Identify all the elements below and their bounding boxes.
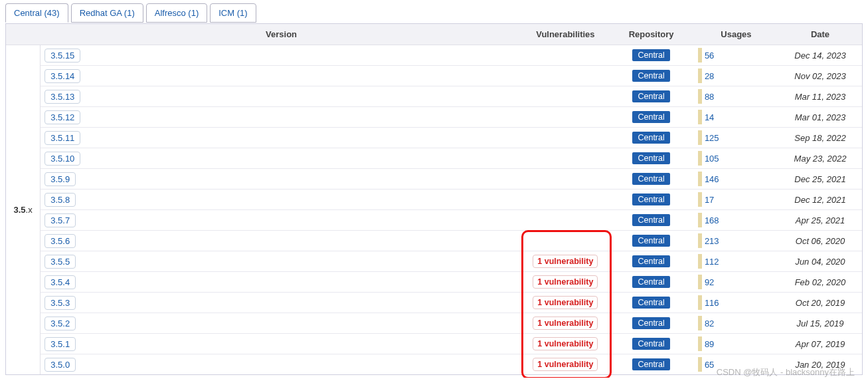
- repository-badge[interactable]: Central: [632, 173, 669, 185]
- vulnerability-cell: [522, 128, 608, 148]
- repository-badge[interactable]: Central: [632, 235, 669, 247]
- usages-link[interactable]: 17: [705, 195, 714, 205]
- usages-cell: 14: [694, 107, 778, 128]
- usages-link[interactable]: 105: [705, 154, 719, 164]
- repository-cell: Central: [608, 128, 694, 148]
- usages-link[interactable]: 56: [705, 51, 714, 61]
- usages-link[interactable]: 125: [705, 133, 719, 143]
- version-link[interactable]: 3.5.13: [44, 90, 80, 104]
- usage-bar-icon: [698, 336, 702, 351]
- version-link[interactable]: 3.5.6: [44, 234, 76, 248]
- version-cell: 3.5.11: [41, 128, 523, 148]
- version-link[interactable]: 3.5.10: [44, 152, 80, 166]
- repository-cell: Central: [608, 313, 694, 334]
- usages-link[interactable]: 14: [705, 112, 714, 122]
- usages-link[interactable]: 89: [705, 339, 714, 349]
- repository-badge[interactable]: Central: [632, 152, 669, 164]
- repository-badge[interactable]: Central: [632, 297, 669, 309]
- tab-0[interactable]: Central (43): [5, 3, 68, 23]
- col-date: Date: [778, 24, 862, 45]
- tab-2[interactable]: Alfresco (1): [146, 3, 207, 23]
- version-cell: 3.5.8: [41, 190, 523, 210]
- vulnerability-badge[interactable]: 1 vulnerability: [533, 255, 598, 268]
- version-group: 3.5.x: [6, 45, 41, 375]
- table-row: 3.5.x3.5.15Central56Dec 14, 2023: [6, 45, 862, 66]
- date-cell: Jul 15, 2019: [778, 313, 862, 334]
- repository-badge[interactable]: Central: [632, 214, 669, 226]
- version-link[interactable]: 3.5.2: [44, 317, 76, 330]
- usages-link[interactable]: 168: [705, 215, 719, 225]
- usages-link[interactable]: 88: [705, 92, 714, 102]
- version-link[interactable]: 3.5.14: [44, 69, 80, 83]
- version-link[interactable]: 3.5.12: [44, 110, 80, 124]
- version-link[interactable]: 3.5.4: [44, 275, 76, 289]
- version-link[interactable]: 3.5.1: [44, 337, 76, 351]
- usages-link[interactable]: 28: [705, 71, 714, 81]
- usages-cell: 88: [694, 86, 778, 107]
- version-link[interactable]: 3.5.0: [44, 358, 76, 372]
- vulnerability-badge[interactable]: 1 vulnerability: [533, 358, 598, 371]
- version-cell: 3.5.9: [41, 169, 523, 190]
- usages-link[interactable]: 116: [705, 298, 719, 308]
- vulnerability-badge[interactable]: 1 vulnerability: [533, 275, 598, 289]
- version-link[interactable]: 3.5.5: [44, 255, 76, 269]
- version-link[interactable]: 3.5.3: [44, 296, 76, 310]
- repository-badge[interactable]: Central: [632, 70, 669, 82]
- repository-badge[interactable]: Central: [632, 358, 669, 370]
- table-row: 3.5.41 vulnerabilityCentral92Feb 02, 202…: [6, 272, 862, 293]
- usages-cell: 82: [694, 313, 778, 334]
- date-cell: Oct 06, 2020: [778, 231, 862, 251]
- table-row: 3.5.21 vulnerabilityCentral82Jul 15, 201…: [6, 313, 862, 334]
- usages-cell: 168: [694, 210, 778, 231]
- vulnerability-badge[interactable]: 1 vulnerability: [533, 317, 598, 330]
- vulnerability-badge[interactable]: 1 vulnerability: [533, 296, 598, 309]
- repository-cell: Central: [608, 293, 694, 313]
- table-row: 3.5.10Central105May 23, 2022: [6, 148, 862, 169]
- vulnerability-cell: [522, 148, 608, 169]
- col-repo: Repository: [608, 24, 694, 45]
- usage-bar-icon: [698, 275, 702, 289]
- version-cell: 3.5.3: [41, 293, 523, 313]
- version-cell: 3.5.13: [41, 86, 523, 107]
- repository-badge[interactable]: Central: [632, 111, 669, 123]
- usages-link[interactable]: 92: [705, 277, 714, 287]
- table-row: 3.5.7Central168Apr 25, 2021: [6, 210, 862, 231]
- version-link[interactable]: 3.5.9: [44, 172, 76, 186]
- table-row: 3.5.31 vulnerabilityCentral116Oct 20, 20…: [6, 293, 862, 313]
- vulnerability-badge[interactable]: 1 vulnerability: [533, 337, 598, 350]
- version-link[interactable]: 3.5.15: [44, 49, 80, 63]
- vulnerability-cell: 1 vulnerability: [522, 354, 608, 375]
- usages-link[interactable]: 82: [705, 319, 714, 328]
- date-cell: Apr 07, 2019: [778, 334, 862, 354]
- version-link[interactable]: 3.5.7: [44, 213, 76, 227]
- usages-link[interactable]: 112: [705, 257, 719, 267]
- repository-cell: Central: [608, 251, 694, 272]
- version-link[interactable]: 3.5.11: [44, 131, 80, 145]
- usage-bar-icon: [698, 172, 702, 186]
- table-row: 3.5.6Central213Oct 06, 2020: [6, 231, 862, 251]
- tab-3[interactable]: ICM (1): [210, 3, 256, 23]
- repository-badge[interactable]: Central: [632, 255, 669, 267]
- usages-link[interactable]: 213: [705, 236, 719, 246]
- usages-link[interactable]: 65: [705, 360, 714, 370]
- date-cell: Dec 25, 2021: [778, 169, 862, 190]
- repository-badge[interactable]: Central: [632, 90, 669, 102]
- usage-bar-icon: [698, 316, 702, 330]
- usage-bar-icon: [698, 130, 702, 145]
- vulnerability-cell: 1 vulnerability: [522, 313, 608, 334]
- version-link[interactable]: 3.5.8: [44, 193, 76, 207]
- usages-cell: 116: [694, 293, 778, 313]
- repository-badge[interactable]: Central: [632, 276, 669, 288]
- col-group: [6, 24, 41, 45]
- usage-bar-icon: [698, 48, 702, 63]
- repository-badge[interactable]: Central: [632, 194, 669, 205]
- repository-badge[interactable]: Central: [632, 338, 669, 350]
- tab-1[interactable]: Redhat GA (1): [71, 3, 143, 23]
- repository-badge[interactable]: Central: [632, 132, 669, 144]
- usage-bar-icon: [698, 151, 702, 166]
- repository-badge[interactable]: Central: [632, 49, 669, 61]
- usages-link[interactable]: 146: [705, 174, 719, 184]
- usages-cell: 65: [694, 354, 778, 375]
- repository-badge[interactable]: Central: [632, 317, 669, 329]
- version-cell: 3.5.12: [41, 107, 523, 128]
